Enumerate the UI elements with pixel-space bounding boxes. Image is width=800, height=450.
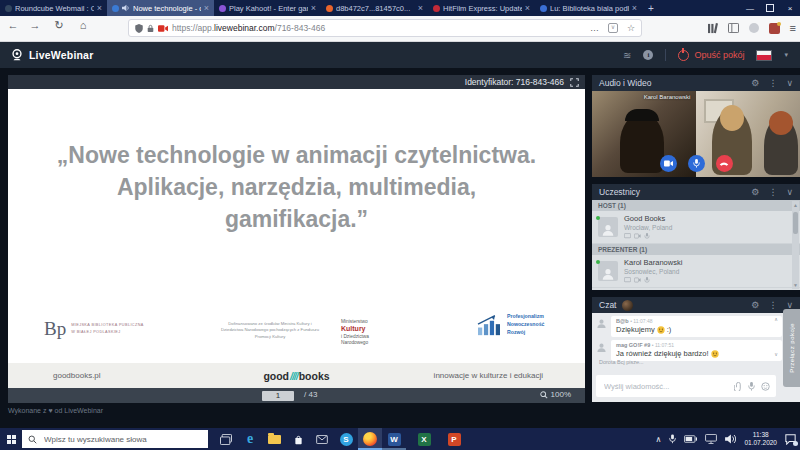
- bookmark-star-icon[interactable]: ☆: [627, 23, 635, 33]
- taskbar-explorer-icon[interactable]: [262, 428, 286, 450]
- excel-glyph: X: [418, 433, 431, 446]
- tray-volume-icon[interactable]: [725, 434, 736, 444]
- reload-button[interactable]: ↻: [50, 19, 68, 32]
- page-actions-icon[interactable]: …: [590, 23, 599, 33]
- chat-message-input[interactable]: [602, 381, 728, 392]
- start-button[interactable]: [0, 428, 22, 450]
- close-button[interactable]: ×: [780, 0, 800, 16]
- taskbar-powerpoint-icon[interactable]: P: [442, 428, 466, 450]
- chat-scroll-down-icon[interactable]: ∨: [774, 351, 778, 357]
- participants-scrollbar[interactable]: ▲ ▼: [792, 201, 799, 289]
- tab-audio-icon[interactable]: [122, 4, 130, 12]
- camera-toggle-button[interactable]: [660, 155, 677, 172]
- tray-microphone-icon[interactable]: [669, 434, 676, 444]
- clock-date: 01.07.2020: [744, 439, 777, 447]
- home-button[interactable]: ⌂: [74, 19, 92, 31]
- voice-message-icon[interactable]: [748, 382, 755, 391]
- gear-icon[interactable]: ⚙: [751, 78, 759, 88]
- fullscreen-icon[interactable]: [570, 78, 579, 87]
- browser-tab[interactable]: Roundcube Webmail : Odeb... ×: [0, 0, 107, 16]
- browser-tab[interactable]: Play Kahoot! - Enter game PIN ×: [214, 0, 321, 16]
- taskbar-edge-icon[interactable]: e: [238, 428, 262, 450]
- slide-title: „Nowe technologie w animacji czytelnictw…: [54, 139, 540, 236]
- forward-button[interactable]: →: [26, 19, 44, 31]
- tab-close-icon[interactable]: ×: [97, 4, 102, 13]
- participant-row[interactable]: Karol Baranowski Sosnowiec, Poland: [592, 255, 800, 288]
- browser-tab[interactable]: Nowe technologie - częśc... ×: [107, 0, 214, 16]
- chat-timestamp: • 11:07:48: [630, 318, 652, 324]
- gear-icon[interactable]: ⚙: [751, 300, 759, 310]
- call-controls: [592, 155, 800, 172]
- taskbar-search[interactable]: [22, 430, 208, 448]
- kebab-menu-icon[interactable]: ⋮: [768, 300, 777, 310]
- chat-panel: B@b • 11:07:48 Dziękujemy :) mag GO!F #9…: [592, 313, 800, 402]
- browser-tab[interactable]: Lu: Biblioteka biala podlask... ×: [535, 0, 642, 16]
- tab-close-icon[interactable]: ×: [632, 4, 637, 13]
- layout-layers-icon[interactable]: ≋: [623, 50, 631, 61]
- taskbar-clock[interactable]: 11:38 01.07.2020: [744, 431, 777, 448]
- extension-badge-icon[interactable]: [769, 23, 780, 34]
- chat-timestamp: • 11:07:51: [652, 342, 674, 348]
- collapse-chevron-icon[interactable]: ∨: [786, 78, 793, 88]
- tab-close-icon[interactable]: ×: [418, 4, 423, 13]
- scroll-thumb[interactable]: [793, 212, 798, 234]
- microphone-toggle-button[interactable]: [688, 155, 705, 172]
- tab-close-icon[interactable]: ×: [204, 4, 209, 13]
- minimize-button[interactable]: —: [740, 0, 760, 16]
- switch-rooms-tab[interactable]: Przełącz pokoje: [783, 309, 800, 387]
- kebab-menu-icon[interactable]: ⋮: [768, 187, 777, 197]
- browser-tab[interactable]: d8b472c7...81457c0... ×: [321, 0, 428, 16]
- language-caret-icon[interactable]: ▾: [784, 51, 788, 59]
- taskbar-excel-icon[interactable]: X: [412, 428, 436, 450]
- participant-row[interactable]: Good Books Wrocław, Poland: [592, 211, 800, 244]
- tab-close-icon[interactable]: ×: [525, 4, 530, 13]
- back-button[interactable]: ←: [4, 19, 22, 31]
- restore-button[interactable]: [760, 0, 780, 16]
- page-number-input[interactable]: 1: [262, 391, 294, 401]
- restore-icon: [766, 4, 774, 12]
- browser-tab[interactable]: HitFilm Express: Update histo... ×: [428, 0, 535, 16]
- extension-icon[interactable]: [749, 23, 759, 33]
- taskbar-word-icon[interactable]: W: [382, 428, 406, 450]
- smiley-emoji-icon: [657, 326, 665, 334]
- sidebar-toggle-icon[interactable]: [728, 23, 739, 33]
- leave-room-button[interactable]: Opuść pokój: [678, 50, 744, 61]
- pocket-icon[interactable]: ∨: [608, 23, 618, 33]
- tray-expand-icon[interactable]: ∧: [656, 435, 662, 444]
- group-label: PREZENTER (1): [598, 246, 647, 253]
- chat-input-box[interactable]: [596, 375, 776, 397]
- attachment-icon[interactable]: [734, 382, 742, 391]
- pro-line2: Nowoczesność: [507, 321, 544, 329]
- library-icon[interactable]: [708, 23, 718, 34]
- chat-scroll-up-icon[interactable]: ∧: [774, 316, 778, 322]
- taskbar-search-input[interactable]: [42, 434, 202, 445]
- action-center-icon[interactable]: [785, 434, 796, 445]
- participant-group-header: PREZENTER (1): [592, 244, 800, 255]
- scroll-down-icon[interactable]: ▼: [792, 282, 799, 288]
- address-bar[interactable]: https://app.livewebinar.com/716-843-466 …: [128, 19, 642, 37]
- collapse-chevron-icon[interactable]: ∨: [786, 187, 793, 197]
- menu-hamburger-icon[interactable]: ≡: [790, 22, 796, 34]
- tab-close-icon[interactable]: ×: [311, 4, 316, 13]
- hangup-button[interactable]: [716, 155, 733, 172]
- taskbar-skype-icon[interactable]: S: [334, 428, 358, 450]
- taskbar-mail-icon[interactable]: [310, 428, 334, 450]
- task-view-button[interactable]: [214, 428, 238, 450]
- info-icon[interactable]: i: [643, 50, 653, 60]
- gear-icon[interactable]: ⚙: [751, 187, 759, 197]
- taskbar-firefox-icon[interactable]: [358, 428, 382, 450]
- emoji-picker-icon[interactable]: [761, 382, 770, 391]
- professionalism-logo: Profesjonalizm Nowoczesność Rozwój: [476, 313, 544, 336]
- tray-battery-icon[interactable]: [684, 435, 697, 443]
- zoom-control[interactable]: 100%: [540, 390, 571, 399]
- scroll-up-icon[interactable]: ▲: [792, 202, 799, 208]
- language-flag-poland[interactable]: [756, 50, 772, 61]
- tray-network-icon[interactable]: [705, 434, 717, 444]
- presentation-slide[interactable]: „Nowe technologie w animacji czytelnictw…: [8, 89, 585, 388]
- new-tab-button[interactable]: +: [642, 0, 660, 16]
- kebab-menu-icon[interactable]: ⋮: [768, 78, 777, 88]
- screen-share-icon: [158, 25, 168, 32]
- group-label: HOST (1): [598, 202, 626, 209]
- taskbar-store-icon[interactable]: [286, 428, 310, 450]
- attendee-face-2: [769, 111, 793, 135]
